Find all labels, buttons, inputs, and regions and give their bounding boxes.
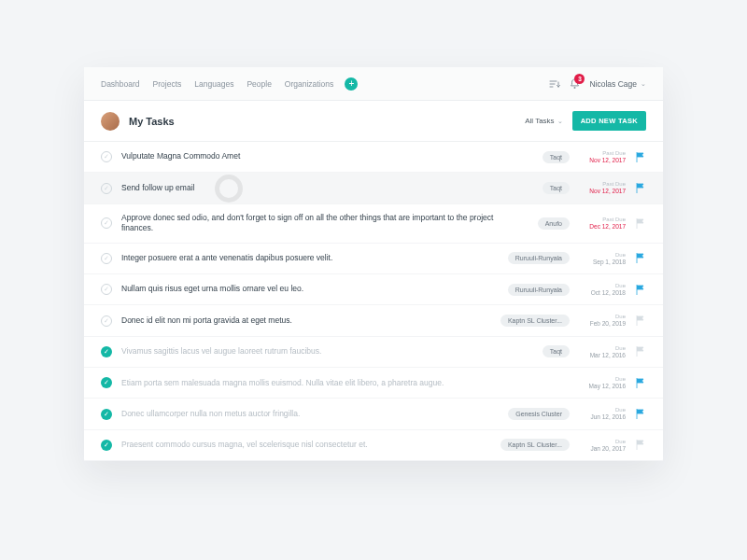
task-row[interactable]: Send follow up emailTaqtPast DueNov 12, … [84,173,663,203]
flag-icon[interactable] [635,440,646,450]
task-checkbox[interactable] [101,440,112,451]
avatar[interactable] [101,112,120,131]
task-title: Etiam porta sem malesuada magna mollis e… [121,378,570,388]
chevron-down-icon: ⌄ [641,80,646,88]
filter-label: All Tasks [525,117,554,125]
task-date: DueSep 1, 2018 [579,252,626,265]
add-button[interactable]: + [345,77,358,91]
nav-people[interactable]: People [247,79,271,89]
notification-badge: 3 [574,74,585,84]
task-row[interactable]: Approve donec sed odio, and don't forget… [84,204,663,244]
user-name: Nicolas Cage [589,79,637,89]
task-row[interactable]: Praesent commodo cursus magna, vel scele… [84,430,663,461]
page-title: My Tasks [129,116,175,127]
task-checkbox[interactable] [101,315,112,327]
task-checkbox[interactable] [101,183,112,194]
task-row[interactable]: Vulputate Magna Commodo AmetTaqtPast Due… [84,142,663,173]
flag-icon[interactable] [635,218,646,229]
task-tag[interactable]: Taqt [543,182,570,194]
task-tag[interactable]: Ruruuli-Runyala [508,284,570,296]
task-tag[interactable]: Kaptn SL Cluster... [500,439,570,451]
task-tag[interactable]: Kaptn SL Cluster... [500,315,570,327]
flag-icon[interactable] [635,378,646,388]
task-checkbox[interactable] [101,151,112,162]
filter-dropdown[interactable]: All Tasks ⌄ [525,117,562,125]
nav: Dashboard Projects Languages People Orga… [101,79,333,89]
task-row[interactable]: Etiam porta sem malesuada magna mollis e… [84,368,663,399]
task-checkbox[interactable] [101,217,112,229]
add-new-task-button[interactable]: ADD NEW TASK [572,111,646,131]
task-checkbox[interactable] [101,284,112,295]
task-date: Past DueNov 12, 2017 [579,150,626,163]
task-date: DueOct 12, 2018 [579,283,626,296]
task-list: Vulputate Magna Commodo AmetTaqtPast Due… [84,142,663,461]
task-title: Donec ullamcorper nulla non metus auctor… [121,409,499,419]
svg-point-0 [574,87,576,89]
nav-dashboard[interactable]: Dashboard [101,79,140,89]
nav-languages[interactable]: Languages [194,79,233,89]
user-menu[interactable]: Nicolas Cage ⌄ [589,79,646,89]
flag-icon[interactable] [635,409,646,419]
task-checkbox[interactable] [101,409,112,420]
task-title: Approve donec sed odio, and don't forget… [121,213,529,234]
task-row[interactable]: Integer posuere erat a ante venenatis da… [84,244,663,274]
flag-icon[interactable] [635,346,646,357]
task-title: Vivamus sagittis lacus vel augue laoreet… [121,346,533,357]
task-date: DueMay 12, 2016 [579,376,626,389]
nav-projects[interactable]: Projects [153,79,182,89]
task-title: Integer posuere erat a ante venenatis da… [121,253,499,263]
task-row[interactable]: Donec id elit non mi porta gravida at eg… [84,305,663,336]
task-checkbox[interactable] [101,346,112,357]
task-row[interactable]: Nullam quis risus eget urna mollis ornar… [84,274,663,305]
sort-icon[interactable] [549,79,560,89]
task-title: Praesent commodo cursus magna, vel scele… [121,440,491,450]
task-title: Nullam quis risus eget urna mollis ornar… [121,284,499,294]
task-title: Donec id elit non mi porta gravida at eg… [121,315,491,326]
task-checkbox[interactable] [101,253,112,264]
topbar-right: 3 Nicolas Cage ⌄ [549,78,646,90]
flag-icon[interactable] [635,253,646,263]
topbar: Dashboard Projects Languages People Orga… [84,67,663,101]
task-tag[interactable]: Anufo [538,217,570,230]
task-date: DueJan 20, 2017 [579,439,626,452]
task-checkbox[interactable] [101,377,112,388]
task-title: Send follow up email [121,183,533,193]
task-tag[interactable]: Ruruuli-Runyala [508,252,570,264]
task-date: Past DueNov 12, 2017 [579,181,626,194]
task-date: DueJun 12, 2016 [579,407,626,420]
task-date: DueMar 12, 2016 [579,345,626,358]
flag-icon[interactable] [635,183,646,193]
notifications-bell[interactable]: 3 [570,78,580,90]
task-tag[interactable]: Taqt [543,345,570,357]
app-card: Dashboard Projects Languages People Orga… [84,67,663,461]
cursor-ripple [215,175,243,203]
flag-icon[interactable] [635,152,646,162]
task-title: Vulputate Magna Commodo Amet [121,151,533,161]
nav-organizations[interactable]: Organizations [285,79,333,89]
task-date: Past DueDec 12, 2017 [579,217,626,230]
task-row[interactable]: Vivamus sagittis lacus vel augue laoreet… [84,337,663,368]
task-date: DueFeb 20, 2019 [579,314,626,327]
flag-icon[interactable] [635,315,646,326]
chevron-down-icon: ⌄ [557,118,563,125]
flag-icon[interactable] [635,285,646,295]
task-tag[interactable]: Genesis Cluster [508,408,570,420]
page-header: My Tasks All Tasks ⌄ ADD NEW TASK [84,101,663,142]
task-tag[interactable]: Taqt [543,151,570,163]
task-row[interactable]: Donec ullamcorper nulla non metus auctor… [84,399,663,429]
